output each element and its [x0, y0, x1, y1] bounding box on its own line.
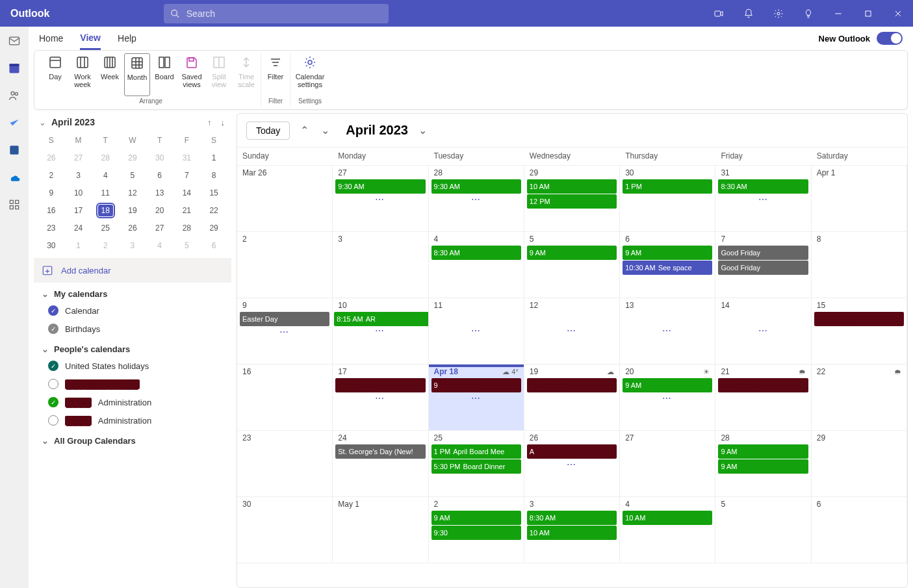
- event[interactable]: 9:30 AM: [335, 179, 425, 194]
- calendar-item-admin-1[interactable]: ✓████Administration: [34, 393, 231, 411]
- view-month-button[interactable]: Month: [124, 53, 150, 96]
- group-all-group-calendars[interactable]: ⌄All Group Calendars: [34, 429, 231, 448]
- day-cell[interactable]: 24St. George's Day (New!: [333, 431, 428, 497]
- group-people-calendars[interactable]: ⌄People's calendars: [34, 338, 231, 357]
- day-cell[interactable]: 29 AM9:30: [429, 497, 524, 563]
- day-cell[interactable]: 289 AM9 AM: [715, 431, 811, 497]
- calendar-icon[interactable]: [6, 60, 22, 76]
- day-cell[interactable]: 8: [812, 232, 907, 298]
- day-cell[interactable]: Mar 26: [237, 166, 333, 232]
- day-cell[interactable]: 6: [812, 497, 907, 563]
- day-cell[interactable]: 11⋯: [429, 298, 524, 364]
- maximize-icon[interactable]: [853, 0, 883, 27]
- today-button[interactable]: Today: [246, 121, 290, 140]
- day-cell[interactable]: 251 PM April Board Mee5:30 PM Board Dinn…: [429, 431, 524, 497]
- day-cell[interactable]: 16: [237, 364, 333, 431]
- new-outlook-toggle[interactable]: [877, 32, 903, 45]
- day-cell[interactable]: Apr 18☁ 4°9 ███████⋯: [429, 364, 524, 431]
- calendar-item-calendar[interactable]: ✓Calendar: [34, 301, 231, 320]
- prev-month[interactable]: ⌃: [298, 124, 311, 136]
- view-day-button[interactable]: Day: [42, 53, 68, 96]
- day-cell[interactable]: 12⋯: [524, 298, 620, 364]
- day-cell[interactable]: 30: [237, 497, 333, 563]
- day-cell[interactable]: 7Good FridayGood Friday: [715, 232, 811, 298]
- day-cell[interactable]: 29: [812, 431, 907, 497]
- day-cell[interactable]: 17████████⋯: [333, 364, 428, 431]
- mini-calendar[interactable]: SMTWTFS262728293031123456789101112131415…: [34, 131, 231, 254]
- event[interactable]: 10 AM: [527, 526, 617, 540]
- add-calendar-button[interactable]: Add calendar: [34, 258, 231, 283]
- split-view-button[interactable]: Split view: [206, 53, 232, 96]
- day-cell[interactable]: 108:15 AM AR ⋯: [333, 298, 428, 364]
- day-cell[interactable]: May 1: [333, 497, 428, 563]
- event[interactable]: 9 AM: [718, 459, 808, 474]
- day-cell[interactable]: 14⋯: [715, 298, 811, 364]
- day-cell[interactable]: 289:30 AM⋯: [429, 166, 524, 232]
- event[interactable]: 8:30 AM: [527, 511, 617, 525]
- event[interactable]: 10 AM: [527, 179, 617, 194]
- word-icon[interactable]: [6, 142, 22, 158]
- minimize-icon[interactable]: [823, 0, 853, 27]
- event[interactable]: 9 AM: [718, 444, 808, 459]
- day-cell[interactable]: 38:30 AM10 AM: [524, 497, 620, 563]
- event[interactable]: 12 PM: [527, 194, 617, 209]
- calendar-item-redacted-1[interactable]: ████████████: [34, 375, 231, 393]
- event[interactable]: 8:30 AM: [718, 179, 808, 194]
- event-good-friday[interactable]: Good Friday: [718, 246, 808, 260]
- day-cell[interactable]: 318:30 AM⋯: [715, 166, 811, 232]
- day-cell[interactable]: 22🌧: [812, 364, 907, 431]
- event[interactable]: 9 AM: [431, 511, 521, 525]
- calendar-item-us-holidays[interactable]: ✓United States holidays: [34, 357, 231, 375]
- day-cell[interactable]: Apr 1: [812, 166, 907, 232]
- day-cell[interactable]: 2910 AM12 PM: [524, 166, 620, 232]
- view-board-button[interactable]: Board: [151, 53, 177, 96]
- day-cell[interactable]: 3: [333, 232, 428, 298]
- event-st-george[interactable]: St. George's Day (New!: [335, 444, 425, 459]
- view-week-button[interactable]: Week: [97, 53, 123, 96]
- event[interactable]: 9 AM: [527, 246, 617, 260]
- day-cell[interactable]: 26A████████⋯: [524, 431, 620, 497]
- tab-view[interactable]: View: [80, 27, 101, 50]
- month-picker-icon[interactable]: ⌄: [418, 124, 427, 136]
- day-cell[interactable]: 5: [715, 497, 811, 563]
- minical-next[interactable]: ↓: [221, 118, 225, 127]
- event-easter[interactable]: Easter Day: [240, 312, 329, 326]
- day-cell[interactable]: 21🌧████████: [715, 364, 811, 431]
- bell-icon[interactable]: [734, 0, 764, 27]
- calendar-item-admin-2[interactable]: ████Administration: [34, 411, 231, 429]
- day-cell[interactable]: 2: [237, 232, 333, 298]
- tips-icon[interactable]: [793, 0, 823, 27]
- event[interactable]: 1 PM: [623, 179, 712, 194]
- day-cell[interactable]: 13⋯: [620, 298, 715, 364]
- tab-home[interactable]: Home: [39, 27, 63, 50]
- day-cell[interactable]: 27: [620, 431, 715, 497]
- minical-prev[interactable]: ↑: [207, 118, 212, 127]
- saved-views-button[interactable]: Saved views: [179, 53, 205, 96]
- filter-button[interactable]: Filter: [263, 53, 289, 96]
- tab-help[interactable]: Help: [118, 27, 136, 50]
- day-cell[interactable]: 279:30 AM⋯: [333, 166, 428, 232]
- search-box[interactable]: [164, 4, 389, 23]
- more-events[interactable]: ⋯: [335, 194, 425, 205]
- day-cell[interactable]: 48:30 AM: [429, 232, 524, 298]
- day-cell[interactable]: 23: [237, 431, 333, 497]
- calendar-settings-button[interactable]: Calendar settings: [292, 53, 328, 96]
- gear-icon[interactable]: [764, 0, 793, 27]
- event[interactable]: 8:30 AM: [431, 246, 521, 260]
- day-cell[interactable]: 9Easter Day⋯: [237, 298, 333, 364]
- day-cell[interactable]: 410 AM: [620, 497, 715, 563]
- more-apps-icon[interactable]: [6, 197, 22, 212]
- event[interactable]: 9 AM: [623, 246, 712, 260]
- chevron-down-icon[interactable]: ⌄: [39, 118, 46, 127]
- group-my-calendars[interactable]: ⌄My calendars: [34, 283, 231, 301]
- onedrive-icon[interactable]: [6, 170, 22, 185]
- time-scale-button[interactable]: Time scale: [233, 53, 259, 96]
- calendar-item-birthdays[interactable]: ✓Birthdays: [34, 320, 231, 338]
- event[interactable]: 10:30 AM See space: [623, 261, 712, 275]
- view-workweek-button[interactable]: Work week: [70, 53, 96, 96]
- close-icon[interactable]: [883, 0, 913, 27]
- day-cell[interactable]: 59 AM: [524, 232, 620, 298]
- event-multi-day[interactable]: 8:15 AM AR: [334, 312, 428, 326]
- day-cell[interactable]: 301 PM: [620, 166, 715, 232]
- meet-now-icon[interactable]: [704, 0, 734, 27]
